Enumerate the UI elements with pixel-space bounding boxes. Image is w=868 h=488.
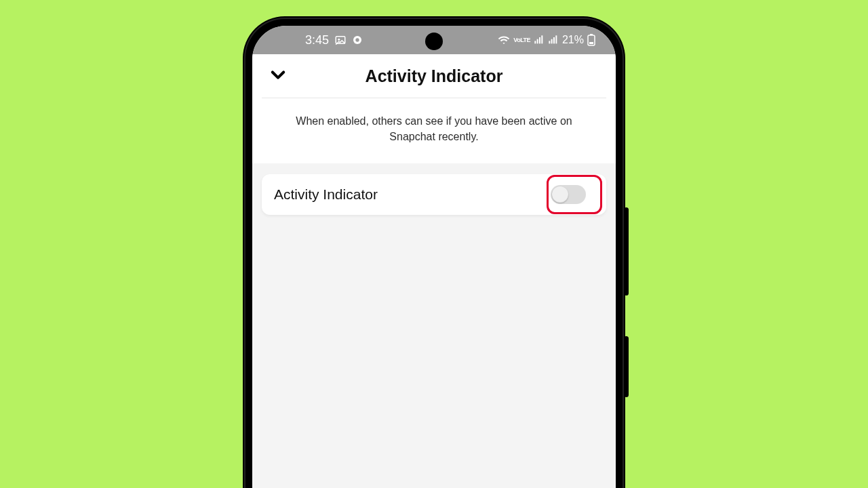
wifi-icon [498, 34, 510, 46]
back-button[interactable] [266, 64, 290, 88]
phone-screen: 3:45 VoLTE [252, 26, 616, 488]
phone-side-button [624, 336, 629, 397]
phone-side-button [624, 207, 629, 296]
circle-icon [352, 35, 363, 45]
svg-rect-9 [551, 39, 553, 44]
phone-camera-hole [425, 33, 443, 50]
image-icon [334, 34, 347, 46]
page-title: Activity Indicator [366, 66, 503, 86]
svg-rect-5 [537, 39, 538, 44]
svg-rect-10 [553, 37, 555, 43]
phone-frame: 3:45 VoLTE [244, 18, 624, 488]
chevron-down-icon [269, 65, 288, 87]
spacer [252, 163, 616, 167]
svg-rect-8 [549, 41, 550, 43]
svg-point-3 [355, 38, 359, 41]
svg-rect-7 [541, 35, 542, 43]
status-time: 3:45 [305, 33, 329, 47]
setting-label: Activity Indicator [274, 186, 378, 203]
svg-rect-6 [539, 37, 540, 43]
signal-icon [548, 35, 559, 45]
toggle-knob [552, 186, 568, 203]
activity-indicator-row: Activity Indicator [262, 174, 606, 215]
battery-percent: 21% [562, 34, 584, 46]
battery-icon [587, 34, 595, 46]
stage: 3:45 VoLTE [0, 0, 868, 488]
svg-rect-11 [555, 35, 557, 43]
empty-area [252, 215, 616, 488]
activity-indicator-toggle[interactable] [551, 185, 586, 204]
setting-description: When enabled, others can see if you have… [252, 98, 616, 163]
svg-rect-4 [534, 41, 536, 43]
signal-icon [534, 35, 545, 45]
svg-point-1 [338, 39, 340, 41]
svg-rect-13 [590, 34, 593, 35]
volte-label: VoLTE [513, 37, 530, 43]
app-header: Activity Indicator [262, 54, 606, 98]
svg-rect-14 [589, 42, 593, 44]
